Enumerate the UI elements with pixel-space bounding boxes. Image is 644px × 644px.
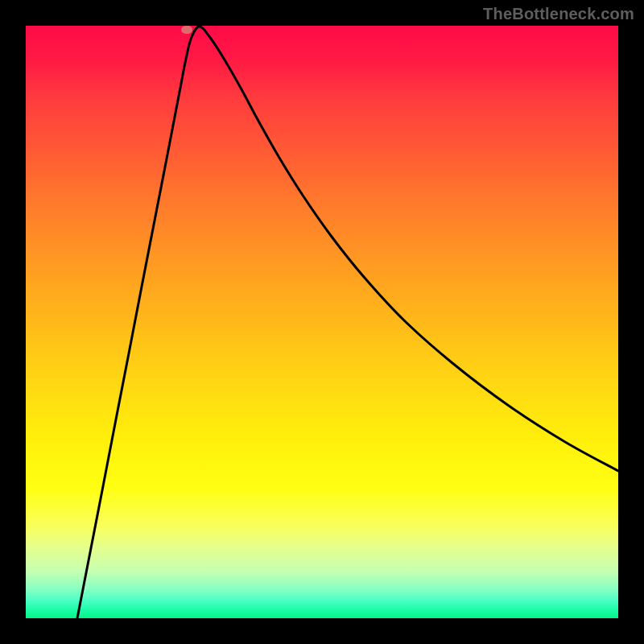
chart-plot-area bbox=[26, 26, 618, 618]
minimum-marker bbox=[181, 26, 192, 34]
watermark-text: TheBottleneck.com bbox=[483, 5, 634, 23]
bottleneck-curve bbox=[26, 26, 618, 618]
